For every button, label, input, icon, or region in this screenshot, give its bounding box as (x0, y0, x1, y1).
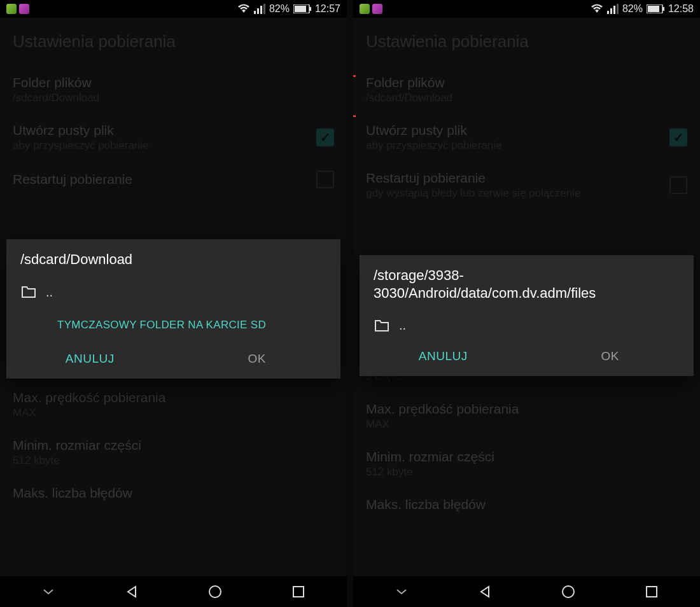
checkbox-empty-file[interactable] (316, 129, 334, 146)
setting-empty-file[interactable]: Utwórz pusty plik aby przyspieszyć pobie… (0, 114, 347, 162)
setting-title: Utwórz pusty plik (13, 123, 310, 138)
setting-title: Minim. rozmiar części (366, 449, 687, 464)
setting-sub: 512 kbyte (366, 466, 687, 478)
ok-button[interactable]: OK (174, 352, 341, 366)
dialog-up-row[interactable]: .. (6, 277, 340, 307)
setting-sub: aby przyspieszyć pobieranie (366, 139, 663, 152)
checkbox-empty-file[interactable] (669, 129, 687, 146)
cancel-button[interactable]: ANULUJ (360, 349, 527, 363)
nav-expand-button[interactable] (39, 583, 57, 601)
svg-rect-12 (617, 4, 619, 14)
svg-rect-11 (613, 6, 615, 14)
setting-restart[interactable]: Restartuj pobieranie gdy wystąpią błędy … (353, 162, 700, 209)
setting-title: Folder plików (366, 75, 687, 90)
svg-point-7 (209, 586, 221, 597)
svg-rect-3 (263, 4, 265, 14)
wifi-icon (237, 4, 250, 14)
notif-icon-1 (6, 4, 17, 14)
dialog-title: /storage/3938-3030/Android/data/com.dv.a… (360, 255, 694, 310)
setting-title: Folder plików (13, 75, 334, 90)
setting-restart[interactable]: Restartuj pobieranie (0, 162, 347, 198)
svg-point-16 (563, 586, 574, 597)
setting-title: Minim. rozmiar części (13, 438, 334, 453)
folder-dialog: /sdcard/Download .. TYMCZASOWY FOLDER NA… (6, 239, 340, 379)
setting-title: Max. prędkość pobierania (13, 390, 334, 405)
setting-title: Maks. liczba błędów (366, 497, 687, 512)
content-area: Ustawienia pobierania Folder plików /sdc… (0, 18, 347, 576)
battery-percent: 82% (269, 3, 290, 15)
nav-bar (353, 576, 700, 607)
svg-rect-9 (607, 11, 609, 14)
setting-max-speed[interactable]: Max. prędkość pobierania MAX (353, 393, 700, 440)
dialog-up-row[interactable]: .. (360, 310, 694, 340)
setting-title: Restartuj pobieranie (366, 171, 663, 186)
status-bar: 82% 12:58 (353, 0, 700, 18)
svg-rect-2 (260, 6, 262, 14)
page-title: Ustawienia pobierania (353, 18, 700, 66)
nav-back-button[interactable] (476, 583, 494, 601)
setting-max-speed[interactable]: Max. prędkość pobierania MAX (0, 381, 347, 429)
dialog-title: /sdcard/Download (6, 239, 340, 277)
battery-percent: 82% (622, 3, 643, 15)
setting-sub: /sdcard/Download (13, 92, 334, 104)
setting-max-errors[interactable]: Maks. liczba błędów (353, 488, 700, 522)
setting-sub: /sdcard/Download (366, 92, 687, 104)
checkbox-restart[interactable] (316, 171, 334, 188)
nav-recent-button[interactable] (290, 583, 307, 601)
setting-folder[interactable]: Folder plików /sdcard/Download (353, 66, 700, 114)
setting-max-errors[interactable]: Maks. liczba błędów (0, 477, 347, 510)
svg-rect-6 (309, 7, 311, 11)
content-area: Ustawienia pobierania Folder plików /sdc… (353, 18, 700, 576)
setting-folder[interactable]: Folder plików /sdcard/Download (0, 66, 347, 114)
nav-home-button[interactable] (206, 583, 224, 601)
nav-home-button[interactable] (559, 583, 577, 601)
wifi-icon (591, 4, 603, 14)
svg-rect-0 (254, 11, 256, 14)
setting-sub: 512 kbyte (13, 454, 334, 467)
svg-rect-10 (610, 8, 612, 14)
folder-dialog: /storage/3938-3030/Android/data/com.dv.a… (360, 255, 694, 376)
svg-rect-15 (662, 7, 664, 11)
notif-icon-1 (360, 4, 370, 14)
notif-icon-2 (372, 4, 382, 14)
setting-title: Utwórz pusty plik (366, 123, 663, 138)
nav-back-button[interactable] (123, 583, 141, 601)
clock: 12:57 (315, 3, 340, 15)
signal-icon (607, 4, 619, 14)
folder-icon (20, 286, 37, 298)
checkbox-restart[interactable] (669, 176, 687, 194)
notif-icon-2 (19, 4, 29, 14)
setting-min-size[interactable]: Minim. rozmiar części 512 kbyte (0, 429, 347, 477)
phone-right: 82% 12:58 Ustawienia pobierania Folder p… (353, 0, 700, 607)
svg-rect-8 (293, 587, 304, 597)
page-title: Ustawienia pobierania (0, 18, 347, 66)
dotdot-label: .. (399, 318, 406, 333)
setting-sub: aby przyspieszyć pobieranie (13, 139, 310, 152)
phone-left: 82% 12:57 Ustawienia pobierania Folder p… (0, 0, 347, 607)
setting-sub: gdy wystąpią błędy lub zerwie się połącz… (366, 187, 663, 200)
setting-sub: MAX (13, 407, 334, 419)
svg-rect-17 (647, 587, 657, 597)
battery-icon (647, 4, 664, 13)
setting-title: Restartuj pobieranie (13, 172, 310, 187)
setting-title: Maks. liczba błędów (13, 485, 334, 501)
folder-icon (374, 319, 390, 332)
clock: 12:58 (668, 3, 694, 15)
nav-recent-button[interactable] (643, 583, 661, 601)
cancel-button[interactable]: ANULUJ (6, 352, 174, 366)
highlight-marker (353, 75, 356, 117)
nav-bar (0, 576, 347, 607)
nav-expand-button[interactable] (393, 583, 410, 601)
ok-button[interactable]: OK (527, 349, 694, 363)
dotdot-label: .. (46, 285, 53, 300)
svg-rect-1 (257, 8, 259, 14)
battery-icon (293, 4, 311, 13)
svg-rect-14 (648, 6, 659, 12)
sd-temp-folder-link[interactable]: TYMCZASOWY FOLDER NA KARCIE SD (6, 307, 340, 343)
setting-min-size[interactable]: Minim. rozmiar części 512 kbyte (353, 440, 700, 488)
svg-rect-5 (295, 6, 306, 12)
signal-icon (254, 4, 265, 14)
status-bar: 82% 12:57 (0, 0, 347, 18)
setting-empty-file[interactable]: Utwórz pusty plik aby przyspieszyć pobie… (353, 114, 700, 162)
setting-sub: MAX (366, 418, 687, 431)
